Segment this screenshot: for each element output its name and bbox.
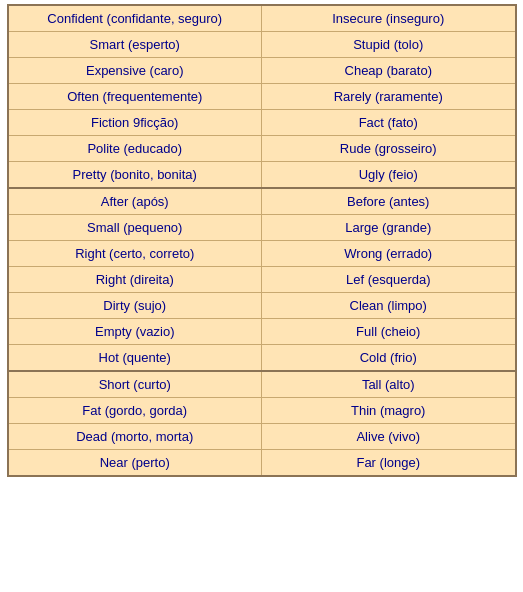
cell-1-5-1: Full (cheio) xyxy=(262,319,515,344)
section-1: After (após)Before (antes)Small (pequeno… xyxy=(9,189,515,372)
table-row: Dead (morto, morta)Alive (vivo) xyxy=(9,424,515,450)
cell-0-5-0: Polite (educado) xyxy=(9,136,263,161)
cell-0-6-0: Pretty (bonito, bonita) xyxy=(9,162,263,187)
table-row: Confident (confidante, seguro)Insecure (… xyxy=(9,6,515,32)
cell-2-2-0: Dead (morto, morta) xyxy=(9,424,263,449)
cell-0-0-1: Insecure (inseguro) xyxy=(262,6,515,31)
table-row: Often (frequentemente)Rarely (raramente) xyxy=(9,84,515,110)
table-row: Pretty (bonito, bonita)Ugly (feio) xyxy=(9,162,515,187)
cell-1-3-0: Right (direita) xyxy=(9,267,263,292)
cell-1-1-1: Large (grande) xyxy=(262,215,515,240)
cell-0-4-0: Fiction 9ficção) xyxy=(9,110,263,135)
cell-2-2-1: Alive (vivo) xyxy=(262,424,515,449)
cell-1-5-0: Empty (vazio) xyxy=(9,319,263,344)
cell-1-0-0: After (após) xyxy=(9,189,263,214)
cell-0-6-1: Ugly (feio) xyxy=(262,162,515,187)
cell-2-0-1: Tall (alto) xyxy=(262,372,515,397)
table-row: Fiction 9ficção)Fact (fato) xyxy=(9,110,515,136)
section-2: Short (curto)Tall (alto)Fat (gordo, gord… xyxy=(9,372,515,475)
table-row: Small (pequeno)Large (grande) xyxy=(9,215,515,241)
cell-1-4-1: Clean (limpo) xyxy=(262,293,515,318)
table-row: Smart (esperto)Stupid (tolo) xyxy=(9,32,515,58)
table-row: Empty (vazio)Full (cheio) xyxy=(9,319,515,345)
cell-1-6-0: Hot (quente) xyxy=(9,345,263,370)
cell-2-3-1: Far (longe) xyxy=(262,450,515,475)
table-row: Polite (educado)Rude (grosseiro) xyxy=(9,136,515,162)
table-row: Dirty (sujo)Clean (limpo) xyxy=(9,293,515,319)
cell-2-1-0: Fat (gordo, gorda) xyxy=(9,398,263,423)
table-row: Hot (quente)Cold (frio) xyxy=(9,345,515,370)
cell-0-1-0: Smart (esperto) xyxy=(9,32,263,57)
vocabulary-table: Confident (confidante, seguro)Insecure (… xyxy=(7,4,517,477)
cell-0-5-1: Rude (grosseiro) xyxy=(262,136,515,161)
table-row: Expensive (caro)Cheap (barato) xyxy=(9,58,515,84)
cell-0-1-1: Stupid (tolo) xyxy=(262,32,515,57)
table-row: Short (curto)Tall (alto) xyxy=(9,372,515,398)
cell-1-2-1: Wrong (errado) xyxy=(262,241,515,266)
table-row: Near (perto)Far (longe) xyxy=(9,450,515,475)
cell-1-2-0: Right (certo, correto) xyxy=(9,241,263,266)
cell-1-3-1: Lef (esquerda) xyxy=(262,267,515,292)
cell-0-3-1: Rarely (raramente) xyxy=(262,84,515,109)
cell-2-0-0: Short (curto) xyxy=(9,372,263,397)
table-row: After (após)Before (antes) xyxy=(9,189,515,215)
cell-0-2-0: Expensive (caro) xyxy=(9,58,263,83)
cell-0-2-1: Cheap (barato) xyxy=(262,58,515,83)
cell-0-3-0: Often (frequentemente) xyxy=(9,84,263,109)
section-0: Confident (confidante, seguro)Insecure (… xyxy=(9,6,515,189)
cell-2-3-0: Near (perto) xyxy=(9,450,263,475)
cell-1-6-1: Cold (frio) xyxy=(262,345,515,370)
table-row: Fat (gordo, gorda)Thin (magro) xyxy=(9,398,515,424)
cell-0-4-1: Fact (fato) xyxy=(262,110,515,135)
table-row: Right (direita)Lef (esquerda) xyxy=(9,267,515,293)
table-row: Right (certo, correto)Wrong (errado) xyxy=(9,241,515,267)
cell-1-0-1: Before (antes) xyxy=(262,189,515,214)
cell-1-4-0: Dirty (sujo) xyxy=(9,293,263,318)
cell-0-0-0: Confident (confidante, seguro) xyxy=(9,6,263,31)
cell-1-1-0: Small (pequeno) xyxy=(9,215,263,240)
cell-2-1-1: Thin (magro) xyxy=(262,398,515,423)
